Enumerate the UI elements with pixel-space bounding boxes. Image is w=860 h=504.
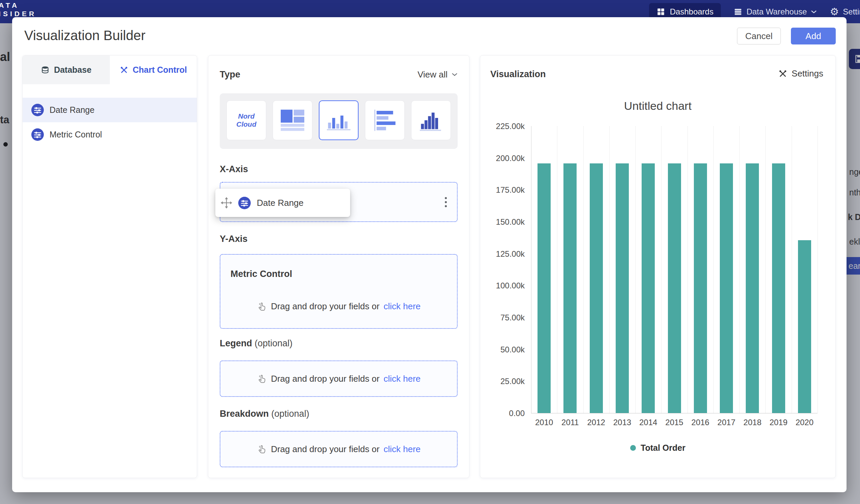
visualization-builder-modal: Visualization Builder Cancel Add Databas… [12, 17, 847, 492]
legend-section-label: Legend (optional) [220, 338, 458, 349]
x-tick-label: 2012 [583, 418, 609, 427]
chart-type-histogram[interactable] [411, 100, 451, 140]
brand-logo: DATA INSIDER [0, 1, 37, 18]
x-gridline [818, 126, 818, 413]
click-here-link[interactable]: click here [384, 301, 420, 312]
x-gridline [609, 126, 610, 413]
x-gridline [557, 126, 557, 413]
dragged-field-card[interactable]: Date Range [215, 189, 350, 217]
chevron-down-icon [452, 72, 458, 76]
dashboards-grid-icon [657, 8, 665, 16]
warehouse-icon [734, 8, 742, 16]
kebab-menu-icon[interactable] [443, 195, 449, 209]
tools-icon [120, 66, 128, 74]
chart-type-nord-cloud[interactable]: Nord Cloud [227, 100, 266, 140]
nav-item-settings[interactable]: ⚙ Settings [830, 7, 860, 17]
y-tick-label: 200.00k [480, 154, 525, 163]
x-gridline [765, 126, 766, 413]
x-axis-line [531, 413, 818, 413]
field-item-metric-control[interactable]: Metric Control [23, 122, 197, 147]
x-gridline [792, 126, 792, 413]
y-tick-label: 225.00k [480, 121, 525, 131]
column-chart-icon [325, 106, 353, 134]
y-tick-label: 50.00k [480, 345, 525, 355]
click-here-link[interactable]: click here [384, 444, 420, 455]
chart-bar[interactable] [694, 163, 707, 413]
x-axis-dropzone[interactable]: Date Range [220, 182, 458, 222]
breakdown-section-label: Breakdown (optional) [220, 408, 458, 419]
x-tick-label: 2020 [792, 418, 818, 427]
chart-type-column[interactable] [319, 100, 359, 140]
chart-bar[interactable] [772, 163, 785, 413]
histogram-icon [417, 106, 445, 134]
x-tick-label: 2018 [739, 418, 765, 427]
y-tick-label: 150.00k [480, 217, 525, 227]
chart-legend[interactable]: Total Order [480, 443, 835, 453]
modal-title: Visualization Builder [24, 27, 145, 43]
breakdown-dropzone[interactable]: Drag and drop your fields or click here [220, 431, 458, 467]
add-button[interactable]: Add [791, 28, 836, 44]
legend-dot [630, 445, 636, 451]
chart-bar[interactable] [538, 163, 551, 413]
x-gridline [661, 126, 661, 413]
x-tick-label: 2013 [609, 418, 635, 427]
x-tick-label: 2011 [557, 418, 583, 427]
legend-dropzone[interactable]: Drag and drop your fields or click here [220, 360, 458, 397]
bar-chart-icon [371, 106, 399, 134]
y-tick-label: 0.00 [480, 409, 525, 418]
control-field-icon [31, 104, 44, 116]
chart-type-bar[interactable] [365, 100, 405, 140]
drag-hand-icon [257, 444, 267, 454]
visualization-panel: Visualization Settings Untitled chart 0.… [480, 55, 836, 478]
gear-icon: ⚙ [830, 7, 839, 17]
y-tick-label: 125.00k [480, 249, 525, 259]
x-tick-label: 2015 [661, 418, 687, 427]
x-gridline [583, 126, 584, 413]
database-icon [41, 66, 49, 74]
y-axis-dropzone[interactable]: Metric Control Drag and drop your fields… [220, 254, 458, 329]
chart-bar[interactable] [590, 163, 603, 413]
x-tick-label: 2014 [635, 418, 661, 427]
chart-bar[interactable] [616, 163, 629, 413]
drag-hand-icon [257, 302, 267, 312]
x-gridline [739, 126, 740, 413]
x-gridline [635, 126, 635, 413]
chart-bar[interactable] [642, 163, 655, 413]
chart-bar[interactable] [798, 240, 811, 413]
dragged-field-label: Date Range [257, 198, 304, 208]
view-all-button[interactable]: View all [417, 69, 458, 80]
table-chart-icon [278, 106, 307, 134]
x-tick-label: 2017 [713, 418, 739, 427]
tab-database[interactable]: Database [23, 56, 110, 84]
chart-bar[interactable] [746, 163, 759, 413]
chevron-down-icon [811, 10, 817, 14]
type-section-label: Type [220, 69, 240, 80]
x-axis-section-label: X-Axis [220, 164, 458, 174]
y-tick-label: 25.00k [480, 377, 525, 386]
chart-bar[interactable] [720, 163, 733, 413]
y-tick-label: 175.00k [480, 185, 525, 195]
chart-bar[interactable] [668, 163, 681, 413]
nav-item-data-warehouse[interactable]: Data Warehouse [734, 7, 817, 16]
builder-panel: Type View all Nord Cloud [208, 55, 470, 478]
y-tick-label: 75.00k [480, 313, 525, 322]
legend-label: Total Order [641, 443, 685, 453]
field-item-date-range[interactable]: Date Range [23, 98, 197, 122]
chart-bar[interactable] [563, 163, 577, 413]
y-tick-label: 100.00k [480, 281, 525, 290]
x-tick-label: 2016 [687, 418, 713, 427]
click-here-link[interactable]: click here [384, 374, 420, 384]
cancel-button[interactable]: Cancel [737, 28, 781, 44]
y-axis-line [531, 126, 531, 413]
tab-chart-control[interactable]: Chart Control [110, 56, 197, 84]
fields-panel: Database Chart Control Date Range Met [22, 55, 197, 478]
y-axis-section-label: Y-Axis [220, 233, 458, 244]
x-gridline [687, 126, 688, 413]
chart-type-strip: Nord Cloud [220, 93, 458, 149]
move-icon [221, 197, 232, 208]
drag-hand-icon [257, 374, 267, 384]
chart-layer: 0.0025.00k50.00k75.00k100.00k125.00k150.… [480, 56, 835, 478]
chart-type-table[interactable] [273, 100, 312, 140]
y-axis-field-label: Metric Control [230, 269, 292, 279]
x-tick-label: 2019 [765, 418, 791, 427]
